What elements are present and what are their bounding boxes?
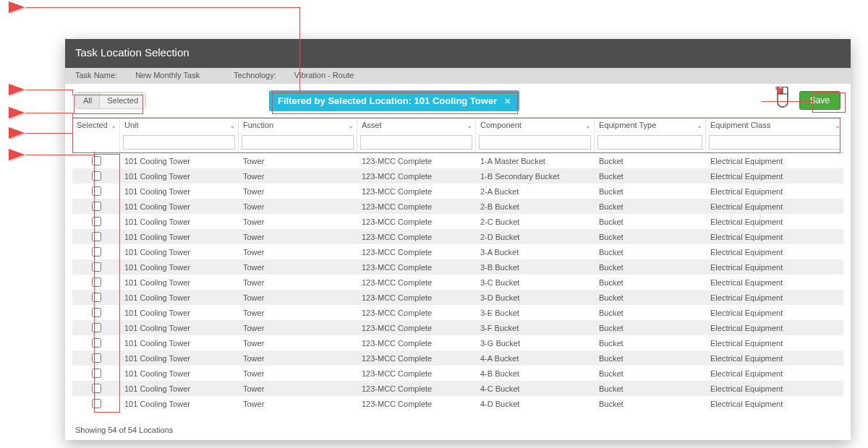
table-row[interactable]: 101 Cooling TowerTower123-MCC Complete4-… [72, 396, 843, 410]
row-checkbox[interactable] [92, 202, 101, 211]
annotation-arrow-icon [9, 84, 25, 95]
cell-component: 4-B Bucket [476, 369, 595, 378]
filter-chip[interactable]: Filtered by Selected Location: 101 Cooli… [269, 90, 519, 111]
cell-equipment-class: Electrical Equipment [706, 187, 843, 196]
table-row[interactable]: 101 Cooling TowerTower123-MCC Complete3-… [72, 335, 843, 350]
data-grid: Selected⌄ Unit⌄ Function⌄ Asset⌄ Compone… [65, 117, 851, 410]
annotation-line [94, 152, 95, 155]
col-function[interactable]: Function⌄ [239, 118, 357, 134]
row-checkbox[interactable] [92, 232, 101, 241]
cell-component: 4-D Bucket [476, 400, 595, 408]
col-component[interactable]: Component⌄ [476, 118, 594, 134]
cell-asset: 123-MCC Complete [357, 157, 476, 165]
col-selected[interactable]: Selected⌄ [72, 118, 119, 134]
table-row[interactable]: 101 Cooling TowerTower123-MCC Complete3-… [72, 244, 843, 259]
cell-equipment-type: Bucket [595, 384, 706, 393]
table-row[interactable]: 101 Cooling TowerTower123-MCC Complete4-… [72, 350, 843, 366]
cell-unit: 101 Cooling Tower [120, 309, 239, 317]
footer-status: Showing 54 of 54 Locations [65, 421, 851, 440]
cell-asset: 123-MCC Complete [357, 248, 476, 257]
annotation-line [26, 113, 72, 113]
table-row[interactable]: 101 Cooling TowerTower123-MCC Complete3-… [72, 275, 843, 290]
cell-function: Tower [239, 293, 357, 302]
table-row[interactable]: 101 Cooling TowerTower123-MCC Complete2-… [72, 229, 843, 244]
cell-unit: 101 Cooling Tower [120, 263, 239, 272]
row-checkbox[interactable] [92, 186, 101, 196]
table-row[interactable]: 101 Cooling TowerTower123-MCC Complete3-… [72, 259, 843, 275]
filter-equipment-type[interactable] [597, 135, 702, 150]
table-row[interactable]: 101 Cooling TowerTower123-MCC Complete1-… [72, 153, 843, 168]
grid-body[interactable]: 101 Cooling TowerTower123-MCC Complete1-… [72, 153, 843, 410]
row-checkbox[interactable] [92, 338, 101, 348]
table-row[interactable]: 101 Cooling TowerTower123-MCC Complete4-… [72, 366, 843, 381]
cell-equipment-class: Electrical Equipment [706, 157, 843, 165]
filter-asset[interactable] [360, 135, 472, 150]
annotation-line [72, 113, 73, 119]
table-row[interactable]: 101 Cooling TowerTower123-MCC Complete2-… [72, 199, 843, 214]
cell-equipment-class: Electrical Equipment [706, 324, 843, 332]
row-checkbox[interactable] [92, 353, 101, 363]
chevron-down-icon: ⌄ [467, 121, 472, 129]
cell-unit: 101 Cooling Tower [120, 248, 239, 257]
save-button[interactable]: Save [799, 91, 841, 110]
table-row[interactable]: 101 Cooling TowerTower123-MCC Complete2-… [72, 184, 843, 199]
tab-all[interactable]: All [76, 92, 99, 108]
col-equipment-class[interactable]: Equipment Class⌄ [706, 118, 843, 134]
row-checkbox[interactable] [92, 384, 101, 393]
cell-equipment-class: Electrical Equipment [706, 202, 843, 211]
cell-asset: 123-MCC Complete [357, 172, 476, 181]
annotation-line [26, 90, 72, 90]
cell-component: 4-C Bucket [476, 384, 595, 393]
task-name-label: Task Name: New Monthly Task [75, 71, 216, 79]
row-checkbox[interactable] [92, 171, 101, 181]
close-icon[interactable]: × [504, 95, 511, 107]
cell-asset: 123-MCC Complete [357, 309, 476, 317]
table-row[interactable]: 101 Cooling TowerTower123-MCC Complete2-… [72, 214, 843, 229]
row-checkbox[interactable] [92, 399, 101, 408]
filter-function[interactable] [242, 135, 354, 150]
table-row[interactable]: 101 Cooling TowerTower123-MCC Complete3-… [72, 320, 843, 335]
cell-asset: 123-MCC Complete [357, 354, 476, 363]
cell-asset: 123-MCC Complete [357, 202, 476, 211]
table-row[interactable]: 101 Cooling TowerTower123-MCC Complete3-… [72, 290, 843, 305]
cell-asset: 123-MCC Complete [357, 187, 476, 196]
col-asset[interactable]: Asset⌄ [357, 118, 475, 134]
row-checkbox[interactable] [92, 156, 101, 165]
row-checkbox[interactable] [92, 277, 101, 287]
row-checkbox[interactable] [92, 308, 101, 317]
col-unit[interactable]: Unit⌄ [120, 118, 238, 134]
table-row[interactable]: 101 Cooling TowerTower123-MCC Complete1-… [72, 168, 843, 184]
cell-function: Tower [239, 400, 357, 408]
annotation-line [26, 133, 72, 134]
cell-equipment-class: Electrical Equipment [706, 217, 843, 226]
cell-asset: 123-MCC Complete [357, 293, 476, 302]
annotation-line [72, 133, 73, 135]
cell-component: 2-A Bucket [476, 187, 595, 196]
annotation-line [72, 90, 73, 95]
cell-equipment-type: Bucket [595, 278, 706, 287]
chevron-down-icon: ⌄ [585, 121, 591, 129]
col-equipment-type[interactable]: Equipment Type⌄ [595, 118, 705, 134]
cell-equipment-class: Electrical Equipment [706, 400, 843, 408]
tab-selected[interactable]: Selected [99, 92, 145, 108]
table-row[interactable]: 101 Cooling TowerTower123-MCC Complete4-… [72, 381, 843, 396]
filter-unit[interactable] [123, 135, 235, 150]
annotation-arrow-icon [9, 107, 25, 119]
row-checkbox[interactable] [92, 293, 101, 302]
cell-component: 3-E Bucket [476, 309, 595, 317]
cell-equipment-class: Electrical Equipment [706, 263, 843, 272]
row-checkbox[interactable] [92, 247, 101, 257]
cell-equipment-type: Bucket [595, 263, 706, 272]
row-checkbox[interactable] [92, 217, 101, 226]
annotation-line [299, 7, 300, 92]
cell-equipment-type: Bucket [595, 172, 706, 181]
row-checkbox[interactable] [92, 323, 101, 332]
cell-asset: 123-MCC Complete [357, 400, 476, 408]
row-checkbox[interactable] [92, 369, 101, 378]
horizontal-scrollbar[interactable] [72, 410, 843, 421]
row-checkbox[interactable] [92, 262, 101, 272]
table-row[interactable]: 101 Cooling TowerTower123-MCC Complete3-… [72, 305, 843, 320]
filter-component[interactable] [479, 135, 591, 150]
filter-equipment-class[interactable] [709, 135, 841, 150]
cell-equipment-class: Electrical Equipment [706, 339, 843, 348]
